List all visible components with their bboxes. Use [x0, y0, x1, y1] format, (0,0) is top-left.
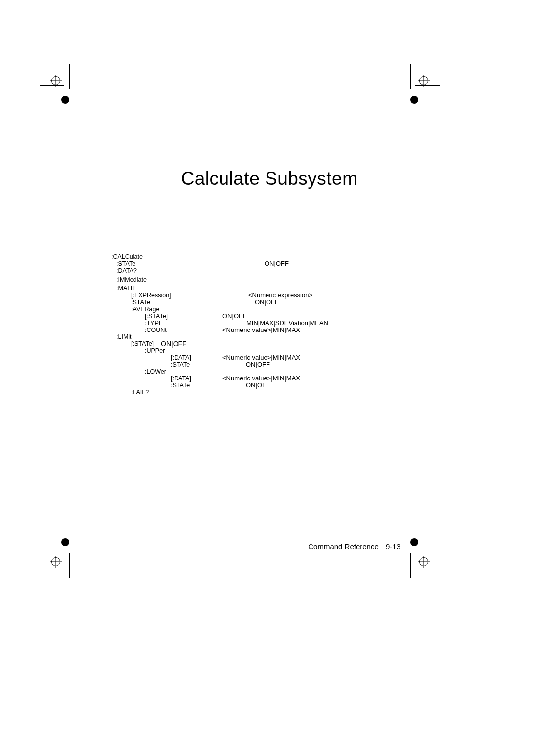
val-upper-state: ON|OFF [246, 361, 270, 369]
crop-mark-bottom-left [44, 548, 69, 573]
page-footer: Command Reference 9-13 [308, 542, 400, 551]
tree-row: [:STATe]ON|OFF [111, 313, 428, 320]
cmd-state: :STATe [116, 260, 135, 267]
cmd-upper-data: [:DATA] [171, 354, 191, 361]
cmd-immediate: :IMMediate [116, 276, 147, 283]
command-tree: :CALCulate :STATeON|OFF :DATA? :IMMediat… [111, 253, 428, 396]
tree-row: :COUNt<Numeric value>|MIN|MAX [111, 327, 428, 333]
val-avg-count: <Numeric value>|MIN|MAX [222, 327, 300, 334]
registration-mark-icon [419, 76, 428, 85]
tree-row: :STATeON|OFF [111, 260, 428, 267]
cmd-limit-state: [:STATe] [131, 340, 154, 347]
tree-row: :CALCulate [111, 253, 428, 260]
crop-mark-top-right [410, 69, 435, 94]
tree-row: :STATeON|OFF [111, 382, 428, 389]
tree-row: :DATA? [111, 267, 428, 274]
crop-vline [69, 64, 70, 89]
cmd-fail: :FAIL? [131, 389, 149, 396]
cmd-data: :DATA? [116, 267, 137, 274]
tree-row: :AVERage [111, 306, 428, 313]
crop-dot-icon [410, 538, 418, 546]
tree-row: :STATeON|OFF [111, 299, 428, 306]
cmd-math: :MATH [116, 285, 135, 292]
crop-dot-icon [410, 96, 418, 104]
page-content: Calculate Subsystem :CALCulate :STATeON|… [111, 168, 428, 396]
crop-dot-icon [61, 96, 69, 104]
val-limit-state: ON|OFF [161, 340, 187, 348]
cmd-limit: :LIMit [116, 333, 132, 340]
crop-vline [410, 553, 411, 578]
cmd-math-state: :STATe [131, 299, 150, 306]
tree-row: :LOWer [111, 368, 428, 375]
crop-vline [69, 553, 70, 578]
crop-mark-bottom-right [410, 548, 435, 573]
tree-row: [:DATA]<Numeric value>|MIN|MAX [111, 354, 428, 361]
tree-row: :TYPEMIN|MAX|SDEViation|MEAN [111, 320, 428, 327]
crop-hline [415, 85, 440, 86]
tree-row: :UPPer [111, 347, 428, 354]
cmd-upper: :UPPer [145, 347, 165, 354]
cmd-expression: [:EXPRession] [131, 292, 171, 299]
registration-mark-icon [51, 557, 60, 566]
tree-row: [:EXPRession]<Numeric expression> [111, 292, 428, 299]
footer-label: Command Reference [308, 542, 379, 551]
val-avg-state: ON|OFF [222, 313, 247, 320]
tree-row: [:STATe]ON|OFF [111, 340, 428, 347]
tree-row: :MATH [111, 285, 428, 292]
tree-row: :STATeON|OFF [111, 361, 428, 368]
cmd-avg-type: :TYPE [145, 320, 163, 327]
cmd-avg-state: [:STATe] [145, 313, 168, 320]
cmd-upper-state: :STATe [171, 361, 190, 368]
registration-mark-icon [51, 76, 60, 85]
val-state: ON|OFF [265, 260, 289, 268]
cmd-avg-count: :COUNt [145, 327, 167, 333]
val-math-state: ON|OFF [255, 299, 279, 306]
crop-dot-icon [61, 538, 69, 546]
crop-hline [40, 85, 64, 86]
footer-page-number: 9-13 [386, 542, 400, 551]
val-lower-state: ON|OFF [246, 382, 270, 389]
cmd-lower-data: [:DATA] [171, 375, 191, 382]
tree-row: :FAIL? [111, 389, 428, 396]
cmd-lower-state: :STATe [171, 382, 190, 389]
crop-vline [410, 64, 411, 89]
tree-row: :IMMediate [111, 276, 428, 283]
registration-mark-icon [419, 557, 428, 566]
crop-mark-top-left [44, 69, 69, 94]
cmd-calculate: :CALCulate [111, 253, 143, 260]
cmd-lower: :LOWer [145, 368, 166, 375]
crop-hline [40, 557, 64, 557]
tree-row: [:DATA]<Numeric value>|MIN|MAX [111, 375, 428, 382]
crop-hline [415, 557, 440, 557]
cmd-average: :AVERage [131, 306, 159, 313]
page-title: Calculate Subsystem [111, 168, 428, 189]
tree-row: :LIMit [111, 333, 428, 340]
